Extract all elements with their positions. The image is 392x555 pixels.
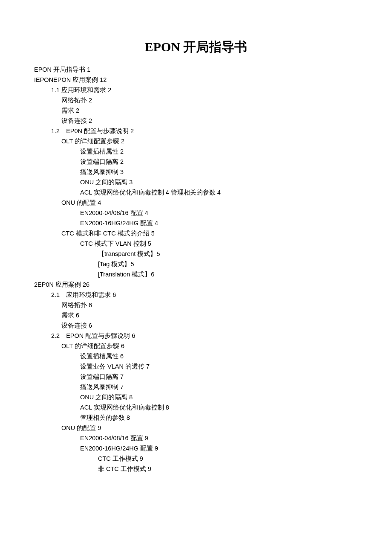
toc-entry: 2.1 应用环境和需求 6 [34, 290, 358, 300]
toc-entry: 2.2 EPON 配置与步骤说明 6 [34, 331, 358, 341]
toc-entry: 播送风暴抑制 7 [34, 382, 358, 392]
toc-entry: ACL 实现网络优化和病毒控制 4 管理相关的参数 4 [34, 187, 358, 198]
table-of-contents: EPON 开局指导书 1IEPONEPON 应用案例 121.1 应用环境和需求… [34, 64, 358, 474]
toc-entry: EN2000-04/08/16 配置 9 [34, 433, 358, 443]
toc-entry: 设置插槽属性 6 [34, 351, 358, 361]
toc-entry: 设置业务 VLAN 的透传 7 [34, 361, 358, 372]
toc-entry: 非 CTC 工作模式 9 [34, 464, 358, 474]
toc-entry: 【transparent 模式】5 [34, 249, 358, 259]
toc-entry: EN2000-16HG/24HG 配置 4 [34, 218, 358, 228]
toc-entry: 设置端口隔离 2 [34, 157, 358, 167]
toc-entry: 设置端口隔离 7 [34, 372, 358, 382]
toc-entry: ACL 实现网络优化和病毒控制 8 [34, 402, 358, 413]
toc-entry: EN2000-04/08/16 配置 4 [34, 208, 358, 218]
toc-entry: OLT 的详细配置步骤 6 [34, 341, 358, 351]
toc-entry: 设备连接 2 [34, 116, 358, 126]
toc-entry: 需求 2 [34, 105, 358, 116]
toc-entry: EPON 开局指导书 1 [34, 64, 358, 75]
toc-entry: CTC 模式和非 CTC 模式的介绍 5 [34, 228, 358, 238]
toc-entry: 管理相关的参数 8 [34, 413, 358, 423]
toc-entry: ONU 的配置 4 [34, 198, 358, 208]
toc-entry: ONU 之间的隔离 8 [34, 392, 358, 402]
toc-entry: CTC 模式下 VLAN 控制 5 [34, 238, 358, 249]
toc-entry: IEPONEPON 应用案例 12 [34, 75, 358, 85]
toc-entry: [Tag 模式】5 [34, 259, 358, 269]
toc-entry: 设备连接 6 [34, 320, 358, 331]
toc-entry: 设置插槽属性 2 [34, 146, 358, 157]
toc-entry: 1.1 应用环境和需求 2 [34, 85, 358, 95]
document-page: EPON 开局指导书 EPON 开局指导书 1IEPONEPON 应用案例 12… [0, 0, 392, 500]
document-title: EPON 开局指导书 [34, 38, 358, 56]
toc-entry: 1.2 EP0N 配置与步骤说明 2 [34, 126, 358, 136]
toc-entry: 播送风暴抑制 3 [34, 167, 358, 177]
toc-entry: 网络拓扑 2 [34, 95, 358, 105]
toc-entry: EN2000-16HG/24HG 配置 9 [34, 443, 358, 453]
toc-entry: [Translation 模式】6 [34, 269, 358, 279]
toc-entry: 需求 6 [34, 310, 358, 320]
toc-entry: 网络拓扑 6 [34, 300, 358, 310]
toc-entry: OLT 的详细配置步骤 2 [34, 136, 358, 146]
toc-entry: ONU 的配置 9 [34, 423, 358, 433]
toc-entry: 2EP0N 应用案例 26 [34, 279, 358, 290]
toc-entry: CTC 工作模式 9 [34, 453, 358, 464]
toc-entry: ONU 之间的隔离 3 [34, 177, 358, 187]
